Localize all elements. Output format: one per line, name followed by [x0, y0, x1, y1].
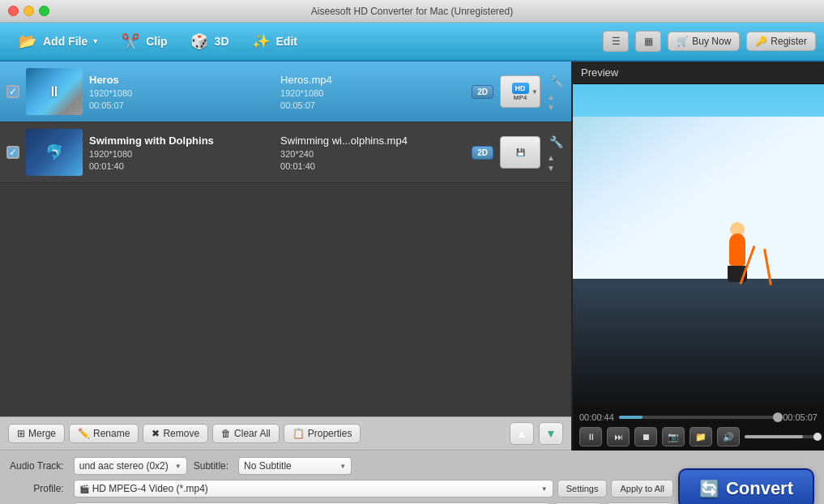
volume-slider[interactable]: [745, 435, 818, 438]
pause-icon-1: ⏸: [47, 83, 62, 100]
output-duration-1: 00:05:07: [280, 100, 465, 110]
output-name-1: Heros.mp4: [280, 74, 465, 86]
settings-button[interactable]: Settings: [557, 480, 608, 498]
main-area: ✓ ⏸ Heros 1920*1080 00:05:07 Heros.mp4 1…: [0, 62, 824, 451]
file-output-2: Swimming wi...olphins.mp4 320*240 00:01:…: [280, 135, 465, 171]
remove-icon: ✖: [152, 428, 160, 439]
file-item-2[interactable]: ✓ 🐬 Swimming with Dolphins 1920*1080 00:…: [0, 122, 571, 183]
audio-track-select[interactable]: und aac stereo (0x2) ▼: [74, 457, 187, 475]
pause-button[interactable]: ⏸: [579, 427, 602, 446]
file-info-2: Swimming with Dolphins 1920*1080 00:01:4…: [89, 135, 274, 171]
file-duration-2: 00:01:40: [89, 161, 274, 171]
profile-row: 🎬 HD MPEG-4 Video (*.mp4) ▼ Settings App…: [74, 480, 673, 498]
merge-icon: ⊞: [17, 428, 25, 439]
output-name-2: Swimming wi...olphins.mp4: [280, 135, 465, 147]
buy-now-icon: 🛒: [677, 36, 689, 47]
clear-all-button[interactable]: 🗑 Clear All: [212, 424, 280, 443]
file-resolution-2: 1920*1080: [89, 149, 274, 159]
window-title: Aiseesoft HD Converter for Mac (Unregist…: [311, 6, 513, 17]
preview-label: Preview: [573, 62, 824, 84]
stop-button[interactable]: ⏹: [634, 427, 657, 446]
preview-video: [573, 84, 824, 408]
progress-track[interactable]: [619, 416, 778, 419]
clip-icon: ✂️: [119, 30, 142, 53]
toolbar-right: ☰ ▦ 🛒 Buy Now 🔑 Register: [603, 31, 816, 52]
preview-progress-bar: 00:00:44 00:05:07: [579, 412, 818, 422]
file-resolution-1: 1920*1080: [89, 88, 274, 98]
format-badge-2[interactable]: 💾: [500, 136, 540, 169]
settings-icon-2[interactable]: 🔧: [547, 133, 565, 151]
item-1-side-btns: 🔧 ▲ ▼: [547, 72, 565, 112]
move-down-icon-2[interactable]: ▼: [547, 164, 565, 173]
move-arrows-2[interactable]: ▲ ▼: [547, 153, 565, 173]
rename-button[interactable]: ✏️ Rename: [69, 424, 139, 443]
properties-icon: 📋: [292, 428, 305, 439]
mp4-label: MP4: [514, 94, 527, 101]
clear-all-icon: 🗑: [221, 428, 231, 439]
snow-bg: [573, 117, 824, 279]
register-button[interactable]: 🔑 Register: [746, 32, 816, 51]
toolbar: 📂 Add File ▼ ✂️ Clip 🎲 3D ✨ Edit ☰ ▦ 🛒 B…: [0, 23, 824, 62]
preview-panel: Preview 00:00:44: [573, 62, 824, 451]
profile-select-arrow: ▼: [541, 485, 548, 493]
audio-track-row: und aac stereo (0x2) ▼ Subtitle: No Subt…: [74, 457, 673, 475]
snapshot-button[interactable]: 📷: [662, 427, 685, 446]
settings-icon-1[interactable]: 🔧: [547, 72, 565, 90]
merge-button[interactable]: ⊞ Merge: [8, 424, 65, 443]
output-resolution-2: 320*240: [280, 149, 465, 159]
format-badge-1[interactable]: HD MP4 ▼: [500, 75, 540, 108]
rename-icon: ✏️: [78, 428, 90, 439]
3d-icon: 🎲: [188, 30, 211, 53]
ski-scene: [573, 84, 824, 408]
buy-now-button[interactable]: 🛒 Buy Now: [668, 32, 740, 51]
minimize-button[interactable]: [23, 6, 34, 16]
badge-2d-1: 2D: [472, 85, 493, 99]
move-arrows-1[interactable]: ▲ ▼: [547, 92, 565, 112]
file-checkbox-1[interactable]: ✓: [6, 85, 19, 98]
time-total: 00:05:07: [783, 412, 818, 422]
fast-forward-button[interactable]: ⏭: [607, 427, 630, 446]
convert-button[interactable]: 🔄 Convert: [678, 468, 814, 504]
preview-buttons: ⏸ ⏭ ⏹ 📷 📁 🔊: [579, 427, 818, 446]
register-icon: 🔑: [755, 36, 767, 47]
3d-button[interactable]: 🎲 3D: [180, 26, 237, 57]
grid-view-button[interactable]: ▦: [635, 31, 661, 52]
move-down-button[interactable]: ▼: [539, 422, 563, 445]
convert-icon: 🔄: [699, 479, 719, 498]
maximize-button[interactable]: [39, 6, 49, 16]
item-2-side-btns: 🔧 ▲ ▼: [547, 133, 565, 173]
preview-controls: 00:00:44 00:05:07 ⏸ ⏭ ⏹ 📷 📁 🔊: [573, 408, 824, 451]
remove-button[interactable]: ✖ Remove: [143, 424, 208, 443]
bottom-bar: Audio Track: und aac stereo (0x2) ▼ Subt…: [0, 451, 824, 504]
add-file-icon: 📂: [16, 30, 39, 53]
close-button[interactable]: [8, 6, 19, 16]
badge-2d-2: 2D: [472, 146, 493, 160]
subtitle-select-arrow: ▼: [339, 463, 346, 470]
properties-button[interactable]: 📋 Properties: [284, 424, 361, 443]
audio-track-label: Audio Track:: [10, 460, 69, 472]
file-item-1[interactable]: ✓ ⏸ Heros 1920*1080 00:05:07 Heros.mp4 1…: [0, 62, 571, 122]
move-up-button[interactable]: ▲: [510, 422, 534, 445]
move-up-icon-2[interactable]: ▲: [547, 153, 565, 162]
action-bar: ⊞ Merge ✏️ Rename ✖ Remove 🗑 Clear All 📋…: [0, 416, 571, 451]
audio-select-arrow: ▼: [175, 463, 181, 470]
folder-button[interactable]: 📁: [690, 427, 712, 446]
add-file-button[interactable]: 📂 Add File ▼: [8, 26, 107, 57]
apply-to-all-button[interactable]: Apply to All: [611, 480, 672, 498]
profile-label: Profile:: [10, 483, 69, 494]
format-icon-2: 💾: [516, 148, 525, 156]
file-info-1: Heros 1920*1080 00:05:07: [89, 74, 274, 110]
profile-select[interactable]: 🎬 HD MPEG-4 Video (*.mp4) ▼: [74, 480, 553, 498]
output-duration-2: 00:01:40: [280, 161, 465, 171]
move-up-icon-1[interactable]: ▲: [547, 92, 565, 101]
move-down-icon-1[interactable]: ▼: [547, 103, 565, 112]
file-output-1: Heros.mp4 1920*1080 00:05:07: [280, 74, 465, 110]
clip-button[interactable]: ✂️ Clip: [111, 26, 175, 57]
volume-button[interactable]: 🔊: [717, 427, 740, 446]
list-view-button[interactable]: ☰: [603, 31, 629, 52]
subtitle-select[interactable]: No Subtitle ▼: [238, 457, 352, 475]
subtitle-label: Subtitle:: [194, 460, 232, 472]
output-resolution-1: 1920*1080: [280, 88, 465, 98]
file-checkbox-2[interactable]: ✓: [6, 146, 19, 159]
edit-button[interactable]: ✨ Edit: [241, 26, 305, 57]
